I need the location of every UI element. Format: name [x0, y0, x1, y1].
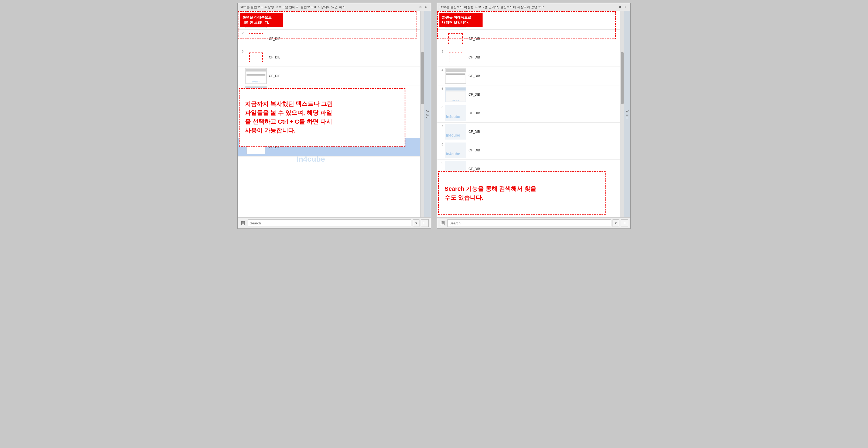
right-clip-item-6[interactable]: 6 In4cube CF_DIB	[437, 104, 620, 123]
left-panel: Ditto는 클립보드 확장형 프로그램 인데요, 클립보드에 저장되어 있던 …	[237, 3, 431, 229]
clip-number: 5	[439, 87, 443, 90]
right-clipboard-icon-svg	[440, 220, 445, 226]
clip-thumbnail	[245, 120, 267, 137]
left-clipboard-icon[interactable]	[240, 220, 246, 226]
clip-thumbnail	[445, 68, 466, 84]
clip-info: CF_DIB	[269, 145, 418, 149]
right-clip-item-7[interactable]: 7 In4cube CF_DIB	[437, 123, 620, 141]
left-more-button[interactable]: ⋯	[421, 219, 429, 227]
clip-info: CF_DIB	[269, 127, 418, 130]
clip-type: CF_DIB	[269, 56, 418, 59]
clip-number	[239, 68, 244, 68]
clip-thumbnail: In4cube	[445, 161, 466, 177]
clip-thumbnail	[445, 12, 466, 28]
left-scrollbar[interactable]	[421, 11, 424, 217]
clip-number: 3	[439, 49, 443, 53]
left-clip-item-1[interactable]: 1 화면을 아래쪽으로 CF_DIB	[238, 11, 420, 30]
right-clip-item-9[interactable]: 9 In4cube CF_DIB	[437, 160, 620, 178]
right-clip-list[interactable]: 화면을 아래쪽으로내리면 보입니다. 1 CF_DIB	[437, 11, 620, 217]
clip-type: CF_DIB	[269, 145, 418, 149]
clip-info: CF_DIB	[468, 148, 618, 152]
clip-number: 1	[239, 12, 244, 16]
left-panel-header: Ditto는 클립보드 확장형 프로그램 인데요, 클립보드에 저장되어 있던 …	[238, 3, 431, 11]
clip-number: 2	[239, 31, 244, 34]
right-clip-item-8[interactable]: 8 In4cube CF_DIB	[437, 141, 620, 160]
left-expand-button[interactable]: »	[423, 4, 429, 10]
right-close-button[interactable]: ✕	[617, 4, 623, 10]
right-search-input[interactable]	[447, 219, 611, 227]
right-search-dropdown[interactable]: ∨	[613, 219, 619, 227]
left-panel-footer: ∨ ⋯	[238, 217, 431, 229]
clip-thumbnail: In4cube	[445, 105, 466, 121]
clip-info: CF_DIB	[269, 93, 418, 97]
left-clip-item-2[interactable]: 2 CF_DIB	[238, 30, 420, 48]
clip-type: CF_DIB	[269, 37, 418, 41]
right-expand-button[interactable]: »	[623, 4, 628, 10]
clip-number	[239, 139, 244, 140]
clip-type: CF_DIB	[468, 130, 618, 134]
clip-number: 4	[439, 68, 443, 72]
right-more-button[interactable]: ⋯	[621, 219, 628, 227]
left-clip-item-3[interactable]: 3 CF_DIB	[238, 48, 420, 67]
clip-number	[239, 105, 244, 106]
clip-type: CF_DIB	[269, 74, 418, 78]
clip-type: CF_DIB	[269, 18, 418, 22]
right-side-bar: Ditto	[624, 11, 630, 217]
clip-type: CF_DIB	[468, 148, 618, 152]
clip-type: CF_DIB	[468, 74, 618, 78]
right-clipboard-icon[interactable]	[439, 220, 446, 226]
left-clip-item-8[interactable]: CF_DIB	[238, 138, 420, 157]
left-clip-list[interactable]: 1 화면을 아래쪽으로 CF_DIB	[238, 11, 421, 217]
clip-number: 3	[239, 49, 244, 53]
scroll-thumb	[421, 52, 424, 104]
clip-number: 6	[439, 105, 443, 109]
clip-type: CF_DIB	[468, 185, 618, 189]
clip-info: CF_DIB	[468, 167, 618, 171]
left-clip-item-5[interactable]: In4cube CF_DIB	[238, 85, 420, 104]
svg-rect-6	[442, 220, 443, 222]
clip-number: 2	[439, 31, 443, 34]
clip-thumbnail: In4cube	[445, 124, 466, 140]
right-panel-body: 화면을 아래쪽으로내리면 보입니다. 1 CF_DIB	[437, 11, 630, 217]
left-panel-title: Ditto는 클립보드 확장형 프로그램 인데요, 클립보드에 저장되어 있던 …	[240, 5, 418, 9]
clip-type: CF_DIB	[468, 37, 618, 41]
left-clip-item-7[interactable]: CF_DIB	[238, 119, 420, 138]
left-search-input[interactable]	[248, 219, 411, 227]
clip-thumbnail	[245, 31, 267, 47]
right-scrollbar[interactable]	[620, 11, 624, 217]
clip-info: CF_DIB	[468, 185, 618, 189]
app-wrapper: Ditto는 클립보드 확장형 프로그램 인데요, 클립보드에 저장되어 있던 …	[0, 0, 868, 448]
clip-type: CF_DIB	[269, 93, 418, 97]
left-search-dropdown[interactable]: ∨	[413, 219, 420, 227]
clip-type: CF_DIB	[468, 167, 618, 171]
clip-thumbnail: In4cube	[245, 87, 267, 103]
clip-info: CF_DIB	[269, 18, 418, 22]
right-clip-item-4[interactable]: 4 CF_DIB	[437, 67, 620, 85]
clip-number: 0	[439, 179, 443, 183]
clipboard-icon	[241, 220, 245, 226]
clip-thumbnail	[245, 105, 267, 118]
clip-info: CF_DIB	[269, 74, 418, 78]
clip-info: CF_DIB	[468, 93, 618, 97]
clip-thumbnail: 글자 인식이 파일의 내용을 사용합니다.	[445, 179, 466, 196]
clip-type: CF_DIB	[269, 110, 418, 113]
right-panel-header: Ditto는 클립보드 확장형 프로그램 인데요, 클립보드에 저장되어 있던 …	[437, 3, 630, 11]
clip-info: CF_DIB	[468, 111, 618, 115]
right-panel-title: Ditto는 클립보드 확장형 프로그램 인데요, 클립보드에 저장되어 있던 …	[439, 5, 617, 9]
clip-number: 1	[439, 12, 443, 16]
right-clip-item-2[interactable]: 2 CF_DIB	[437, 30, 620, 48]
right-clip-item-5[interactable]: 5 In4cube CF_DIB	[437, 85, 620, 104]
right-clip-item-0[interactable]: 0 글자 인식이 파일의 내용을 사용합니다. CF_DIB	[437, 178, 620, 197]
right-clip-item-3[interactable]: 3 CF_DIB	[437, 48, 620, 67]
clip-info: CF_DIB	[468, 37, 618, 41]
clip-number	[239, 87, 244, 87]
left-panel-body: 1 화면을 아래쪽으로 CF_DIB	[238, 11, 431, 217]
right-scroll-thumb	[621, 52, 624, 104]
clip-info: CF_DIB	[269, 56, 418, 59]
left-close-button[interactable]: ✕	[418, 4, 423, 10]
left-clip-item-6[interactable]: CF_DIB	[238, 104, 420, 119]
left-clip-item-4[interactable]: In4cube CF_DIB	[238, 67, 420, 85]
right-clip-item-1[interactable]: 1 CF_DIB	[437, 11, 620, 30]
clip-thumbnail	[245, 139, 267, 155]
svg-rect-1	[242, 220, 244, 222]
